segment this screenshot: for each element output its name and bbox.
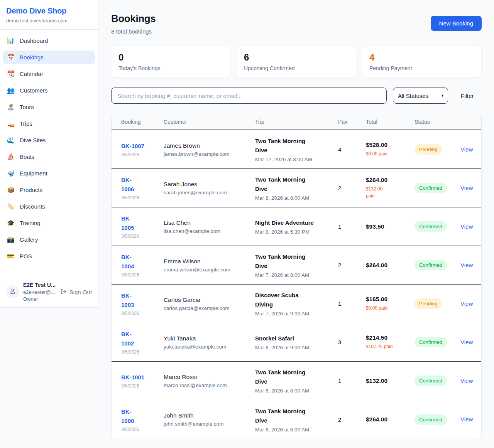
- booking-id-link[interactable]: BK- 1006: [121, 175, 164, 194]
- booking-id-link[interactable]: BK- 1000: [121, 407, 164, 426]
- booking-id-link[interactable]: BK-1007: [121, 141, 164, 151]
- total-cell: $132.00: [366, 377, 414, 384]
- new-booking-button[interactable]: New Booking: [431, 16, 482, 31]
- total-cell: $214.50 $107.25 paid: [366, 334, 414, 350]
- sidebar-item-label: Training: [20, 220, 41, 226]
- column-header-trip: Trip: [255, 119, 338, 125]
- view-link[interactable]: View: [460, 377, 473, 384]
- view-link[interactable]: View: [460, 223, 473, 230]
- pax-count: 3: [338, 339, 366, 345]
- graduation-cap-icon: 🎓: [7, 219, 15, 227]
- sailboat-icon: ⛵: [7, 153, 15, 160]
- sidebar-item-tours[interactable]: 🏝️ Tours: [3, 100, 95, 114]
- total-amount: $132.00: [366, 377, 414, 384]
- booking-cell: BK- 1002 3/5/2026: [121, 330, 164, 355]
- customer-name: James Brown: [164, 142, 255, 149]
- view-link[interactable]: View: [460, 146, 473, 153]
- customer-email: carlos.garcia@example.com: [164, 305, 255, 311]
- sidebar-item-label: Boats: [20, 153, 34, 160]
- booking-id-link[interactable]: BK-1001: [121, 373, 164, 382]
- booking-cell: BK- 1000 3/5/2026: [121, 407, 164, 432]
- pax-count: 4: [338, 146, 366, 153]
- sidebar-item-trips[interactable]: 🚤 Trips: [3, 117, 95, 130]
- status-badge: Confirmed: [414, 414, 447, 425]
- trip-cell: Two Tank Morning Dive Mar 12, 2026 at 8:…: [255, 136, 338, 162]
- booking-cell: BK-1007 3/5/2026: [121, 141, 164, 157]
- table-row: BK- 1006 3/5/2026 Sarah Jones sarah.jone…: [112, 169, 481, 207]
- customer-email: yuki.tanaka@example.com: [164, 344, 255, 350]
- sign-out-button[interactable]: Sign Out: [61, 288, 92, 296]
- page-header: Bookings 8 total bookings New Booking: [111, 13, 482, 35]
- sidebar-item-label: Products: [20, 187, 42, 193]
- view-link[interactable]: View: [460, 185, 473, 191]
- sidebar-item-dashboard[interactable]: 📊 Dashboard: [3, 34, 95, 47]
- trip-name: Two Tank Morning Dive: [255, 136, 338, 155]
- tear-off-calendar-icon: 📆: [7, 70, 15, 77]
- view-link[interactable]: View: [460, 339, 473, 345]
- table-row: BK- 1003 3/5/2026 Carlos Garcia carlos.g…: [112, 285, 481, 323]
- table-body: BK-1007 3/5/2026 James Brown james.brown…: [112, 130, 481, 439]
- paid-amount: $0.00 paid: [366, 305, 414, 312]
- actions-cell: View: [460, 185, 473, 192]
- booking-cell: BK- 1003 3/5/2026: [121, 291, 164, 316]
- sidebar-item-discounts[interactable]: 🏷️ Discounts: [3, 200, 95, 213]
- actions-cell: View: [460, 146, 473, 153]
- sidebar-item-customers[interactable]: 👥 Customers: [3, 84, 95, 97]
- stat-value: 0: [118, 52, 223, 63]
- shop-name: Demo Dive Shop: [6, 7, 92, 15]
- sidebar-item-label: Gallery: [20, 236, 38, 243]
- stats-row: 0 Today's Bookings 6 Upcoming Confirmed …: [111, 45, 482, 78]
- sidebar-item-gallery[interactable]: 📸 Gallery: [3, 233, 95, 246]
- booking-id-link[interactable]: BK- 1004: [121, 253, 164, 271]
- sidebar-item-boats[interactable]: ⛵ Boats: [3, 150, 95, 163]
- booking-cell: BK- 1005 3/5/2026: [121, 214, 164, 239]
- pax-count: 2: [338, 185, 366, 191]
- trip-cell: Two Tank Morning Dive Mar 6, 2026 at 8:0…: [255, 368, 338, 394]
- sidebar-item-equipment[interactable]: 🤿 Equipment: [3, 167, 95, 180]
- trip-name: Two Tank Morning Dive: [255, 175, 338, 194]
- user-name: E2E Test U...: [23, 282, 56, 288]
- status-select-wrap: All Statuses ▼: [393, 88, 448, 104]
- paid-amount: $0.00 paid: [366, 150, 414, 157]
- column-header-total: Total: [366, 119, 414, 125]
- view-link[interactable]: View: [460, 262, 473, 268]
- trip-name: Two Tank Morning Dive: [255, 252, 338, 271]
- sidebar-user-footer: E2E Test U... e2e-tester@... Owner Sign …: [0, 277, 98, 307]
- booking-id-link[interactable]: BK- 1005: [121, 214, 164, 232]
- customer-cell: Lisa Chen lisa.chen@example.com: [164, 219, 255, 234]
- sidebar: Demo Dive Shop demo.test.divestreams.com…: [0, 0, 98, 308]
- sidebar-item-calendar[interactable]: 📆 Calendar: [3, 67, 95, 81]
- sidebar-item-products[interactable]: 📦 Products: [3, 183, 95, 197]
- credit-card-icon: 💳: [7, 253, 15, 260]
- booking-id-link[interactable]: BK- 1003: [121, 291, 164, 310]
- status-badge: Pending: [414, 298, 442, 309]
- view-link[interactable]: View: [460, 416, 473, 423]
- stat-card: 0 Today's Bookings: [111, 45, 231, 78]
- filter-button[interactable]: Filter: [461, 93, 474, 99]
- user-info: E2E Test U... e2e-tester@... Owner: [23, 282, 56, 302]
- stat-card: 6 Upcoming Confirmed: [237, 45, 356, 78]
- people-icon: 👥: [7, 87, 15, 94]
- total-amount: $264.00: [366, 262, 414, 269]
- sidebar-item-label: Dashboard: [20, 37, 48, 44]
- sidebar-nav: 📊 Dashboard 📅 Bookings 📆 Calendar 👥 Cust…: [0, 30, 98, 270]
- sidebar-item-dive-sites[interactable]: 🌊 Dive Sites: [3, 133, 95, 147]
- total-cell: $93.50: [366, 223, 414, 230]
- view-link[interactable]: View: [460, 300, 473, 307]
- sidebar-item-bookings[interactable]: 📅 Bookings: [3, 51, 95, 64]
- trip-datetime: Mar 6, 2026 at 8:00 AM: [255, 427, 338, 433]
- search-input[interactable]: [111, 88, 387, 104]
- sidebar-item-training[interactable]: 🎓 Training: [3, 216, 95, 230]
- paid-amount: $107.25 paid: [366, 343, 414, 350]
- package-icon: 📦: [7, 186, 15, 194]
- sidebar-item-pos[interactable]: 💳 POS: [3, 249, 95, 263]
- page-subtitle: 8 total bookings: [111, 28, 156, 35]
- status-select[interactable]: All Statuses: [393, 88, 448, 104]
- booking-id-link[interactable]: BK- 1002: [121, 330, 164, 348]
- status-badge: Pending: [414, 144, 442, 155]
- brand-header: Demo Dive Shop demo.test.divestreams.com: [0, 0, 98, 30]
- total-cell: $528.00 $0.00 paid: [366, 141, 414, 157]
- actions-cell: View: [460, 262, 473, 269]
- trip-cell: Discover Scuba Diving Mar 7, 2026 at 9:0…: [255, 291, 338, 317]
- user-email: e2e-tester@...: [23, 289, 56, 295]
